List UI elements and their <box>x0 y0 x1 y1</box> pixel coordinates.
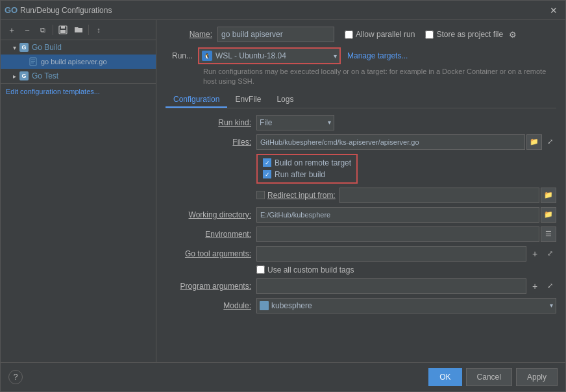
redirect-input-label: Redirect input from: <box>267 191 336 200</box>
build-options-row: Build on remote target Run after build <box>166 154 556 184</box>
custom-tags-row: Use all custom build tags <box>166 265 556 275</box>
run-after-build-checkbox[interactable] <box>263 170 271 178</box>
redirect-input[interactable] <box>339 188 539 203</box>
build-remote-checkbox[interactable] <box>263 158 271 167</box>
tree-item-apiserver[interactable]: go build apiserver.go <box>1 55 156 69</box>
files-expand-button[interactable]: ⤢ <box>543 136 556 149</box>
redirect-value: Redirect input from: 📁 <box>256 188 556 203</box>
info-text: Run configurations may be executed local… <box>203 67 556 87</box>
chevron-right-icon: ▸ <box>10 73 19 80</box>
files-browse-button[interactable]: 📁 <box>526 134 542 150</box>
working-dir-input[interactable] <box>256 207 539 223</box>
tree-item-go-test-group[interactable]: ▸ G Go Test <box>1 69 156 83</box>
go-tool-input[interactable] <box>256 246 526 262</box>
close-button[interactable]: ✕ <box>547 4 560 17</box>
environment-value: ☰ <box>256 227 556 242</box>
program-args-input[interactable] <box>256 278 526 294</box>
apiserver-file-label: go build apiserver.go <box>41 58 107 66</box>
store-project-label[interactable]: Store as project file <box>425 30 503 39</box>
apply-button[interactable]: Apply <box>516 368 558 386</box>
go-build-label: Go Build <box>32 43 62 52</box>
sidebar-toolbar: + − ⧉ ↕ <box>1 20 156 40</box>
custom-tags-checkbox[interactable] <box>256 265 265 274</box>
config-grid: Run kind: File ▾ Files: 📁 ⤢ <box>166 115 556 313</box>
environment-label: Environment: <box>166 230 256 239</box>
folder-config-button[interactable] <box>71 23 86 37</box>
working-dir-value: 📁 <box>256 207 556 223</box>
redirect-input-row: Redirect input from: 📁 <box>166 188 556 203</box>
go-tool-row: Go tool arguments: + ⤢ <box>166 246 556 262</box>
files-row: Files: 📁 ⤢ <box>166 134 556 150</box>
main-panel: Name: Allow parallel run Store as projec… <box>156 20 565 362</box>
title-bar: GO Run/Debug Configurations ✕ <box>1 1 565 20</box>
name-input[interactable] <box>217 27 334 42</box>
svg-rect-2 <box>60 30 66 33</box>
run-row: Run... 🐧 WSL - Ubuntu-18.04 ▾ Manage tar… <box>166 47 556 64</box>
chevron-down-icon: ▾ <box>10 44 19 51</box>
wsl-dropdown[interactable]: 🐧 WSL - Ubuntu-18.04 ▾ <box>198 47 341 64</box>
environment-input[interactable] <box>256 227 539 242</box>
tab-configuration[interactable]: Configuration <box>166 92 227 108</box>
run-kind-chevron-icon: ▾ <box>328 119 331 126</box>
allow-parallel-label[interactable]: Allow parallel run <box>345 30 415 39</box>
manage-targets-link[interactable]: Manage targets... <box>347 51 408 60</box>
sort-config-button[interactable]: ↕ <box>92 23 106 37</box>
go-tool-expand-button[interactable]: ⤢ <box>543 247 556 260</box>
module-value: kubesphere ▾ <box>256 298 556 313</box>
environment-edit-button[interactable]: ☰ <box>541 227 556 242</box>
environment-row: Environment: ☰ <box>166 227 556 242</box>
go-test-icon: G <box>19 71 29 81</box>
files-label: Files: <box>166 138 256 147</box>
run-after-build-row: Run after build <box>263 170 351 179</box>
working-dir-browse-button[interactable]: 📁 <box>541 207 556 223</box>
module-label: Module: <box>166 301 256 310</box>
working-dir-label: Working directory: <box>166 210 256 219</box>
module-chevron-icon: ▾ <box>550 302 553 309</box>
save-config-button[interactable] <box>56 23 70 37</box>
store-project-checkbox[interactable] <box>425 31 434 39</box>
tab-envfile[interactable]: EnvFile <box>227 92 269 108</box>
help-button[interactable]: ? <box>8 370 23 384</box>
files-value: 📁 ⤢ <box>256 134 556 150</box>
allow-parallel-checkbox[interactable] <box>345 31 353 39</box>
svg-rect-3 <box>30 58 36 66</box>
toolbar-divider-1 <box>53 25 53 35</box>
run-label: Run... <box>166 51 198 60</box>
program-args-label: Program arguments: <box>166 282 256 291</box>
program-args-add-button[interactable]: + <box>528 279 542 293</box>
tab-logs[interactable]: Logs <box>269 92 301 108</box>
run-after-build-label: Run after build <box>275 170 325 179</box>
add-config-button[interactable]: + <box>5 23 19 37</box>
module-dropdown[interactable]: kubesphere ▾ <box>256 298 556 313</box>
working-dir-row: Working directory: 📁 <box>166 207 556 223</box>
go-build-icon: G <box>19 42 29 53</box>
redirect-browse-button[interactable]: 📁 <box>541 188 556 203</box>
ok-button[interactable]: OK <box>428 368 461 386</box>
program-args-value: + ⤢ <box>256 278 556 294</box>
go-tool-label: Go tool arguments: <box>166 249 256 258</box>
cancel-button[interactable]: Cancel <box>466 368 512 386</box>
dropdown-chevron-icon: ▾ <box>334 53 337 60</box>
app-icon: GO <box>6 5 16 16</box>
program-args-expand-button[interactable]: ⤢ <box>543 280 556 293</box>
run-kind-dropdown[interactable]: File ▾ <box>256 115 334 130</box>
go-tool-add-button[interactable]: + <box>528 247 542 261</box>
wsl-label: WSL - Ubuntu-18.04 <box>215 51 286 60</box>
tree-item-go-build-group[interactable]: ▾ G Go Build <box>1 40 156 55</box>
toolbar-divider-2 <box>88 25 89 35</box>
redirect-checkbox[interactable] <box>256 191 265 199</box>
files-input[interactable] <box>256 134 525 150</box>
dialog-title: Run/Debug Configurations <box>20 6 547 15</box>
remove-config-button[interactable]: − <box>20 23 34 37</box>
run-kind-row: Run kind: File ▾ <box>166 115 556 130</box>
go-tool-value: + ⤢ <box>256 246 556 262</box>
build-options-value: Build on remote target Run after build <box>256 154 556 184</box>
edit-templates-link[interactable]: Edit configuration templates... <box>1 83 156 99</box>
go-test-label: Go Test <box>32 71 58 80</box>
custom-tags-label[interactable]: Use all custom build tags <box>256 265 354 275</box>
name-label: Name: <box>166 30 217 39</box>
sidebar: + − ⧉ ↕ ▾ G Go Build <box>1 20 156 362</box>
copy-config-button[interactable]: ⧉ <box>36 23 50 37</box>
program-args-row: Program arguments: + ⤢ <box>166 278 556 294</box>
settings-icon[interactable]: ⚙ <box>506 27 520 42</box>
